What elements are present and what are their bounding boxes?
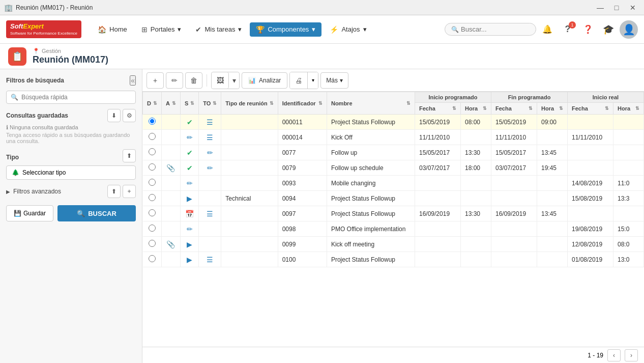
mis-tareas-button[interactable]: ✔ Mis tareas ▾ bbox=[189, 22, 248, 37]
row-real-fecha bbox=[568, 160, 613, 176]
atajos-button[interactable]: ⚡ Atajos ▾ bbox=[324, 22, 372, 37]
minimize-button[interactable]: — bbox=[593, 1, 607, 15]
tipo-sort-button[interactable]: ⬆ bbox=[123, 149, 136, 162]
view-dropdown-button[interactable]: ▾ bbox=[229, 72, 239, 89]
prev-page-button[interactable]: ‹ bbox=[607, 349, 621, 361]
row-radio-input[interactable] bbox=[149, 163, 156, 171]
row-tipo bbox=[221, 237, 278, 252]
close-button[interactable]: ✕ bbox=[626, 1, 640, 15]
row-a-cell bbox=[161, 191, 180, 206]
th-to[interactable]: TO⇅ bbox=[199, 92, 221, 115]
th-real-fecha[interactable]: Fecha⇅ bbox=[568, 103, 613, 115]
maximize-button[interactable]: □ bbox=[609, 1, 624, 15]
th-inicio-fecha[interactable]: Fecha⇅ bbox=[415, 103, 461, 115]
th-fin-fecha[interactable]: Fecha⇅ bbox=[491, 103, 537, 115]
row-radio-cell[interactable] bbox=[143, 145, 162, 160]
table-row[interactable]: 📅 ☰ 0097 Project Status Followup 16/09/2… bbox=[143, 206, 644, 221]
th-a-label: A bbox=[166, 100, 170, 106]
th-fin-hora[interactable]: Hora⇅ bbox=[537, 103, 568, 115]
tipo-select-button[interactable]: 🌲 Seleccionar tipo bbox=[6, 165, 136, 180]
settings-query-button[interactable]: ⚙ bbox=[123, 109, 136, 122]
row-nombre: Project Status Followup bbox=[327, 191, 415, 206]
row-radio-input[interactable] bbox=[149, 194, 156, 201]
mis-tareas-arrow: ▾ bbox=[238, 25, 242, 33]
th-d-label: D bbox=[147, 100, 151, 106]
row-a-cell: 📎 bbox=[161, 237, 180, 252]
row-radio-input[interactable] bbox=[149, 240, 156, 247]
row-radio-input[interactable] bbox=[149, 133, 156, 140]
th-tipo-reunion[interactable]: Tipo de reunión⇅ bbox=[221, 92, 278, 115]
table-row[interactable]: ✏ ☰ 000014 Kick Off 11/11/2010 11/11/201… bbox=[143, 130, 644, 145]
avatar-icon: 👤 bbox=[623, 23, 635, 36]
table-row[interactable]: ✔ ☰ 000011 Project Status Followup 15/05… bbox=[143, 115, 644, 130]
question-button[interactable]: ❓ bbox=[579, 20, 597, 39]
row-radio-input[interactable] bbox=[149, 225, 156, 232]
row-radio-cell[interactable] bbox=[143, 191, 162, 206]
th-identificador[interactable]: Identificador⇅ bbox=[278, 92, 327, 115]
analyze-button[interactable]: 📊 Analizar bbox=[242, 72, 287, 89]
row-radio-input[interactable] bbox=[149, 118, 156, 125]
row-radio-cell[interactable] bbox=[143, 237, 162, 252]
next-page-button[interactable]: › bbox=[625, 349, 638, 361]
row-id: 0093 bbox=[278, 176, 327, 191]
table-row[interactable]: ▶ ☰ 0100 Project Status Followup 01/08/2… bbox=[143, 252, 644, 267]
advanced-filters-section[interactable]: ▶ Filtros avanzados ⬆ + bbox=[6, 185, 136, 198]
graduation-button[interactable]: 🎓 bbox=[599, 20, 618, 39]
sidebar-collapse-button[interactable]: « bbox=[130, 75, 136, 86]
row-radio-cell[interactable] bbox=[143, 115, 162, 130]
row-id: 000014 bbox=[278, 130, 327, 145]
row-radio-cell[interactable] bbox=[143, 206, 162, 221]
table-row[interactable]: 📎 ▶ 0099 Kick off meeting 12/08/2019 08:… bbox=[143, 237, 644, 252]
user-avatar[interactable]: 👤 bbox=[620, 20, 638, 39]
portales-button[interactable]: ⊞ Portales ▾ bbox=[135, 22, 188, 37]
row-radio-cell[interactable] bbox=[143, 130, 162, 145]
advanced-add-button[interactable]: + bbox=[123, 185, 136, 198]
search-box[interactable]: 🔍 bbox=[445, 23, 536, 36]
status-play-icon: ▶ bbox=[187, 256, 192, 264]
delete-button[interactable]: 🗑 bbox=[185, 72, 202, 89]
th-s[interactable]: S⇅ bbox=[180, 92, 198, 115]
row-radio-input[interactable] bbox=[149, 148, 156, 155]
nav-bar: SoftExpert Software for Performance Exce… bbox=[0, 15, 644, 44]
notifications-button[interactable]: 🔔 bbox=[538, 20, 557, 39]
row-radio-cell[interactable] bbox=[143, 221, 162, 237]
row-radio-input[interactable] bbox=[149, 209, 156, 216]
edit-button[interactable]: ✏ bbox=[166, 72, 183, 89]
table-row[interactable]: ▶ Technical 0094 Project Status Followup… bbox=[143, 191, 644, 206]
quick-search-input[interactable] bbox=[21, 94, 131, 101]
row-radio-cell[interactable] bbox=[143, 176, 162, 191]
to-list-icon: ☰ bbox=[207, 118, 213, 126]
print-button[interactable]: 🖨 bbox=[290, 72, 308, 89]
import-query-button[interactable]: ⬇ bbox=[107, 109, 121, 122]
row-radio-cell[interactable] bbox=[143, 160, 162, 176]
view-button-group: 🖼 ▾ bbox=[211, 72, 240, 89]
row-radio-cell[interactable] bbox=[143, 252, 162, 267]
table-row[interactable]: ✏ 0093 Mobile changing 14/08/2019 11:0 bbox=[143, 176, 644, 191]
row-radio-input[interactable] bbox=[149, 179, 156, 186]
quick-search-wrap[interactable]: 🔍 bbox=[6, 91, 136, 104]
help-button[interactable]: ? 1 bbox=[559, 20, 577, 39]
th-nombre[interactable]: Nombre⇅ bbox=[327, 92, 415, 115]
save-button[interactable]: 💾 Guardar bbox=[6, 205, 53, 221]
view-button[interactable]: 🖼 bbox=[212, 72, 229, 89]
row-id: 0099 bbox=[278, 237, 327, 252]
th-a[interactable]: A⇅ bbox=[161, 92, 180, 115]
table-row[interactable]: ✔ ✏ 0077 Follow up 15/05/2017 13:30 15/0… bbox=[143, 145, 644, 160]
table-row[interactable]: ✏ 0098 PMO Office implementation 19/08/2… bbox=[143, 221, 644, 237]
data-table-wrapper[interactable]: D⇅ A⇅ S⇅ TO⇅ Tipo de reunión⇅ Identifica… bbox=[142, 92, 644, 347]
th-real-hora[interactable]: Hora⇅ bbox=[613, 103, 644, 115]
print-dropdown-button[interactable]: ▾ bbox=[308, 72, 318, 89]
add-button[interactable]: + bbox=[147, 72, 164, 89]
advanced-sort-button[interactable]: ⬆ bbox=[107, 185, 121, 198]
search-input[interactable] bbox=[461, 25, 532, 33]
row-radio-input[interactable] bbox=[149, 255, 156, 262]
row-real-fecha: 12/08/2019 bbox=[568, 237, 613, 252]
row-real-fecha: 11/11/2010 bbox=[568, 130, 613, 145]
table-row[interactable]: 📎 ✔ ✏ 0079 Follow up schedule 03/07/2017… bbox=[143, 160, 644, 176]
row-nombre: Follow up bbox=[327, 145, 415, 160]
more-button[interactable]: Más ▾ bbox=[320, 72, 348, 89]
th-inicio-hora[interactable]: Hora⇅ bbox=[461, 103, 491, 115]
componentes-button[interactable]: 🏆 Componentes ▾ bbox=[250, 22, 321, 37]
home-button[interactable]: 🏠 Home bbox=[92, 22, 133, 37]
search-execute-button[interactable]: 🔍 BUSCAR bbox=[57, 205, 136, 221]
